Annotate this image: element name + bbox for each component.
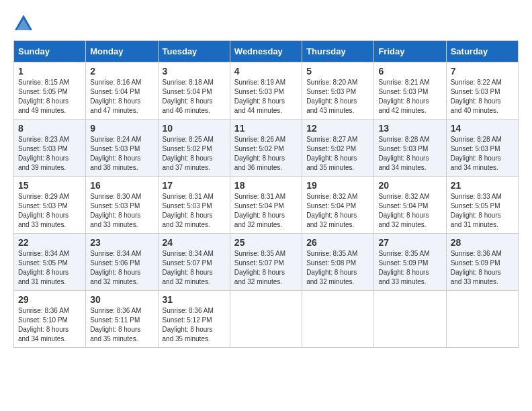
day-info: Sunrise: 8:36 AMSunset: 5:10 PMDaylight:…	[18, 306, 81, 344]
day-info: Sunrise: 8:34 AMSunset: 5:06 PMDaylight:…	[90, 249, 153, 287]
day-info: Sunrise: 8:23 AMSunset: 5:03 PMDaylight:…	[18, 135, 81, 173]
day-info: Sunrise: 8:25 AMSunset: 5:02 PMDaylight:…	[163, 135, 226, 173]
day-info: Sunrise: 8:16 AMSunset: 5:04 PMDaylight:…	[90, 78, 153, 116]
column-header-tuesday: Tuesday	[158, 41, 230, 62]
day-info: Sunrise: 8:19 AMSunset: 5:03 PMDaylight:…	[234, 78, 298, 116]
calendar-cell: 6Sunrise: 8:21 AMSunset: 5:03 PMDaylight…	[374, 62, 446, 120]
day-number: 20	[378, 180, 441, 191]
calendar-cell: 23Sunrise: 8:34 AMSunset: 5:06 PMDayligh…	[86, 234, 158, 291]
calendar-week-row: 15Sunrise: 8:29 AMSunset: 5:03 PMDayligh…	[14, 177, 519, 234]
column-header-monday: Monday	[86, 41, 158, 62]
day-info: Sunrise: 8:36 AMSunset: 5:12 PMDaylight:…	[163, 306, 226, 344]
column-header-friday: Friday	[374, 41, 446, 62]
day-info: Sunrise: 8:28 AMSunset: 5:03 PMDaylight:…	[378, 135, 441, 173]
column-header-wednesday: Wednesday	[230, 41, 302, 62]
calendar-cell	[446, 291, 518, 348]
page-header	[13, 13, 519, 34]
day-number: 18	[234, 180, 298, 191]
day-info: Sunrise: 8:32 AMSunset: 5:04 PMDaylight:…	[378, 192, 441, 230]
day-info: Sunrise: 8:33 AMSunset: 5:05 PMDaylight:…	[451, 192, 514, 230]
calendar-cell: 17Sunrise: 8:31 AMSunset: 5:03 PMDayligh…	[158, 177, 230, 234]
calendar-cell	[230, 291, 302, 348]
day-number: 15	[18, 180, 81, 191]
day-number: 19	[306, 180, 369, 191]
day-number: 8	[18, 123, 81, 134]
day-number: 10	[163, 123, 226, 134]
calendar-cell	[374, 291, 446, 348]
day-number: 28	[451, 237, 514, 248]
calendar-cell: 4Sunrise: 8:19 AMSunset: 5:03 PMDaylight…	[230, 62, 302, 120]
day-info: Sunrise: 8:35 AMSunset: 5:08 PMDaylight:…	[306, 249, 369, 287]
day-number: 25	[234, 237, 298, 248]
day-number: 1	[18, 66, 81, 77]
calendar-cell: 21Sunrise: 8:33 AMSunset: 5:05 PMDayligh…	[446, 177, 518, 234]
column-header-sunday: Sunday	[14, 41, 86, 62]
day-info: Sunrise: 8:31 AMSunset: 5:04 PMDaylight:…	[234, 192, 298, 230]
day-info: Sunrise: 8:36 AMSunset: 5:09 PMDaylight:…	[451, 249, 514, 287]
day-info: Sunrise: 8:28 AMSunset: 5:03 PMDaylight:…	[451, 135, 514, 173]
day-number: 4	[234, 66, 298, 77]
calendar-cell: 18Sunrise: 8:31 AMSunset: 5:04 PMDayligh…	[230, 177, 302, 234]
day-info: Sunrise: 8:36 AMSunset: 5:11 PMDaylight:…	[90, 306, 153, 344]
calendar-cell: 29Sunrise: 8:36 AMSunset: 5:10 PMDayligh…	[14, 291, 86, 348]
calendar-cell: 2Sunrise: 8:16 AMSunset: 5:04 PMDaylight…	[86, 62, 158, 120]
calendar-header-row: SundayMondayTuesdayWednesdayThursdayFrid…	[14, 41, 519, 62]
calendar-cell: 12Sunrise: 8:27 AMSunset: 5:02 PMDayligh…	[302, 120, 374, 177]
day-number: 13	[378, 123, 441, 134]
day-info: Sunrise: 8:21 AMSunset: 5:03 PMDaylight:…	[378, 78, 441, 116]
day-info: Sunrise: 8:15 AMSunset: 5:05 PMDaylight:…	[18, 78, 81, 116]
day-number: 30	[90, 294, 153, 305]
calendar-cell: 22Sunrise: 8:34 AMSunset: 5:05 PMDayligh…	[14, 234, 86, 291]
calendar-cell: 7Sunrise: 8:22 AMSunset: 5:03 PMDaylight…	[446, 62, 518, 120]
calendar-cell: 8Sunrise: 8:23 AMSunset: 5:03 PMDaylight…	[14, 120, 86, 177]
day-number: 17	[163, 180, 226, 191]
calendar-cell: 13Sunrise: 8:28 AMSunset: 5:03 PMDayligh…	[374, 120, 446, 177]
calendar-cell: 24Sunrise: 8:34 AMSunset: 5:07 PMDayligh…	[158, 234, 230, 291]
calendar-cell: 25Sunrise: 8:35 AMSunset: 5:07 PMDayligh…	[230, 234, 302, 291]
day-number: 2	[90, 66, 153, 77]
day-info: Sunrise: 8:27 AMSunset: 5:02 PMDaylight:…	[306, 135, 369, 173]
logo-icon	[13, 13, 34, 34]
calendar-cell: 30Sunrise: 8:36 AMSunset: 5:11 PMDayligh…	[86, 291, 158, 348]
calendar-cell: 27Sunrise: 8:35 AMSunset: 5:09 PMDayligh…	[374, 234, 446, 291]
calendar-cell: 9Sunrise: 8:24 AMSunset: 5:03 PMDaylight…	[86, 120, 158, 177]
day-number: 3	[163, 66, 226, 77]
calendar-cell: 15Sunrise: 8:29 AMSunset: 5:03 PMDayligh…	[14, 177, 86, 234]
day-number: 22	[18, 237, 81, 248]
day-info: Sunrise: 8:35 AMSunset: 5:07 PMDaylight:…	[234, 249, 298, 287]
day-number: 5	[306, 66, 369, 77]
day-info: Sunrise: 8:34 AMSunset: 5:07 PMDaylight:…	[163, 249, 226, 287]
day-number: 26	[306, 237, 369, 248]
day-number: 9	[90, 123, 153, 134]
day-number: 23	[90, 237, 153, 248]
calendar-cell: 14Sunrise: 8:28 AMSunset: 5:03 PMDayligh…	[446, 120, 518, 177]
day-number: 29	[18, 294, 81, 305]
day-number: 6	[378, 66, 441, 77]
day-info: Sunrise: 8:34 AMSunset: 5:05 PMDaylight:…	[18, 249, 81, 287]
calendar-cell	[302, 291, 374, 348]
day-number: 27	[378, 237, 441, 248]
calendar-week-row: 1Sunrise: 8:15 AMSunset: 5:05 PMDaylight…	[14, 62, 519, 120]
day-info: Sunrise: 8:30 AMSunset: 5:03 PMDaylight:…	[90, 192, 153, 230]
day-number: 21	[451, 180, 514, 191]
day-number: 11	[234, 123, 298, 134]
logo	[13, 13, 36, 34]
day-info: Sunrise: 8:22 AMSunset: 5:03 PMDaylight:…	[451, 78, 514, 116]
calendar-cell: 26Sunrise: 8:35 AMSunset: 5:08 PMDayligh…	[302, 234, 374, 291]
calendar-cell: 16Sunrise: 8:30 AMSunset: 5:03 PMDayligh…	[86, 177, 158, 234]
calendar-cell: 19Sunrise: 8:32 AMSunset: 5:04 PMDayligh…	[302, 177, 374, 234]
day-number: 31	[163, 294, 226, 305]
day-info: Sunrise: 8:29 AMSunset: 5:03 PMDaylight:…	[18, 192, 81, 230]
day-number: 16	[90, 180, 153, 191]
day-number: 12	[306, 123, 369, 134]
calendar-cell: 28Sunrise: 8:36 AMSunset: 5:09 PMDayligh…	[446, 234, 518, 291]
day-info: Sunrise: 8:32 AMSunset: 5:04 PMDaylight:…	[306, 192, 369, 230]
calendar-week-row: 22Sunrise: 8:34 AMSunset: 5:05 PMDayligh…	[14, 234, 519, 291]
day-number: 24	[163, 237, 226, 248]
calendar-week-row: 8Sunrise: 8:23 AMSunset: 5:03 PMDaylight…	[14, 120, 519, 177]
calendar-cell: 1Sunrise: 8:15 AMSunset: 5:05 PMDaylight…	[14, 62, 86, 120]
calendar-cell: 11Sunrise: 8:26 AMSunset: 5:02 PMDayligh…	[230, 120, 302, 177]
column-header-saturday: Saturday	[446, 41, 518, 62]
day-info: Sunrise: 8:20 AMSunset: 5:03 PMDaylight:…	[306, 78, 369, 116]
day-info: Sunrise: 8:26 AMSunset: 5:02 PMDaylight:…	[234, 135, 298, 173]
